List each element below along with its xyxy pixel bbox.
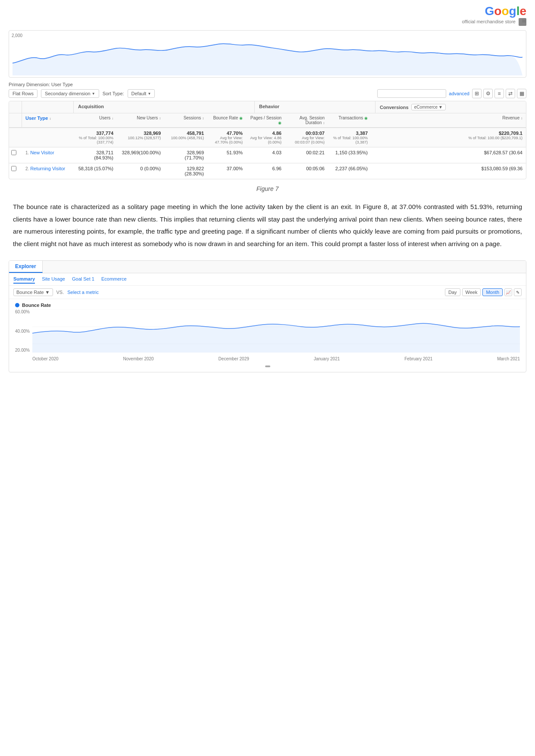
data-table: Acquisition Behavior Conversions eCommer…	[9, 101, 526, 179]
compare-icon[interactable]: ⇄	[506, 89, 515, 98]
body-text: The bounce rate is characterized as a so…	[13, 201, 522, 250]
annotation-icon[interactable]: ✎	[514, 288, 522, 296]
day-button[interactable]: Day	[445, 288, 460, 296]
users-col-header[interactable]: Users ↓	[74, 113, 117, 127]
bounce-legend: Bounce Rate	[15, 303, 520, 308]
bounce-rate-col-header[interactable]: Bounce Rate ◉	[207, 113, 246, 127]
totals-row: 337,774 % of Total: 100.00% (337,774) 32…	[9, 128, 526, 147]
search-input[interactable]	[377, 89, 446, 98]
subtab-site-usage[interactable]: Site Usage	[42, 275, 65, 284]
header: Google official merchandise store 🏛	[0, 0, 535, 26]
transactions-col-header[interactable]: Transactions ◉	[328, 113, 371, 127]
list-icon[interactable]: ≡	[494, 89, 504, 98]
week-button[interactable]: Week	[462, 288, 481, 296]
bottom-chart-x-axis: October 2020 November 2020 December 2029…	[32, 356, 520, 361]
table-row: 2. Returning Visitor 58,318 (15.07%) 0 (…	[9, 163, 526, 179]
pages-col-header[interactable]: Pages / Session ◉	[246, 113, 285, 127]
advanced-link[interactable]: advanced	[449, 91, 469, 96]
subtab-ecommerce[interactable]: Ecommerce	[101, 275, 127, 284]
bottom-chart-y-labels: 60.00% 40.00% 20.00%	[15, 309, 32, 353]
secondary-dimension-button[interactable]: Secondary dimension ▼	[41, 89, 99, 98]
explorer-controls: Bounce Rate ▼ VS. Select a metric Day We…	[9, 286, 526, 299]
bottom-chart-wrap: 60.00% 40.00% 20.00% October 2020 Novemb…	[15, 309, 520, 361]
top-chart-y-label: 2,000	[12, 33, 22, 38]
table-section-header: Acquisition Behavior Conversions eCommer…	[9, 101, 526, 113]
bottom-chart-svg	[32, 309, 520, 353]
bounce-legend-label: Bounce Rate	[22, 303, 51, 308]
ecommerce-button[interactable]: eCommerce ▼	[411, 104, 446, 110]
primary-dimension: Primary Dimension: User Type	[9, 82, 526, 87]
grid-icon[interactable]: ⊞	[472, 89, 482, 98]
vs-text: VS.	[56, 290, 64, 295]
month-button[interactable]: Month	[482, 288, 503, 296]
google-logo: Google official merchandise store 🏛	[462, 4, 526, 26]
behavior-header: Behavior	[255, 101, 375, 113]
day-week-month-group: Day Week Month 📈 ✎	[445, 288, 522, 296]
legend-dot	[15, 303, 19, 307]
conversions-header: Conversions eCommerce ▼	[375, 101, 526, 113]
revenue-col-header[interactable]: Revenue ↕	[371, 113, 526, 127]
flat-rows-button[interactable]: Flat Rows	[9, 89, 38, 98]
subtab-goal-set[interactable]: Goal Set 1	[72, 275, 94, 284]
top-chart-svg	[13, 41, 522, 75]
sort-default-caret: ▼	[147, 92, 151, 96]
icon-group: ⊞ ⚙ ≡ ⇄ ▦	[472, 89, 526, 98]
acquisition-header: Acquisition	[74, 101, 255, 113]
sort-default-button[interactable]: Default ▼	[128, 89, 155, 98]
user-type-col-header[interactable]: User Type ↕	[22, 113, 74, 127]
bottom-chart-slider[interactable]	[15, 362, 520, 369]
avg-session-col-header[interactable]: Avg. Session Duration ↕	[285, 113, 328, 127]
bottom-chart: Bounce Rate 60.00% 40.00% 20.00% October…	[9, 299, 526, 372]
sort-type-label: Sort Type:	[103, 91, 124, 96]
toolbar: Flat Rows Secondary dimension ▼ Sort Typ…	[9, 89, 526, 98]
secondary-dim-caret: ▼	[92, 92, 95, 96]
top-chart: 2,000 October 2020 November 2020 Decembe…	[9, 30, 526, 78]
select-metric-link[interactable]: Select a metric	[67, 290, 99, 295]
google-subtitle: official merchandise store 🏛	[462, 18, 526, 26]
explorer-tabs: Explorer	[9, 261, 526, 273]
explorer-section: Explorer Summary Site Usage Goal Set 1 E…	[9, 260, 526, 372]
figure-caption: Figure 7	[0, 185, 535, 192]
explorer-subtabs: Summary Site Usage Goal Set 1 Ecommerce	[9, 273, 526, 286]
new-users-col-header[interactable]: New Users ↕	[117, 113, 164, 127]
subtab-summary[interactable]: Summary	[13, 275, 35, 284]
explorer-tab-main[interactable]: Explorer	[9, 261, 43, 273]
google-logo-text: Google	[462, 4, 526, 18]
sessions-col-header[interactable]: Sessions ↕	[164, 113, 207, 127]
check-all	[9, 113, 22, 127]
table-column-headers: User Type ↕ Users ↓ New Users ↕ Sessions…	[9, 113, 526, 128]
table-icon[interactable]: ▦	[517, 89, 526, 98]
store-icon: 🏛	[519, 18, 526, 26]
search-box: advanced ⊞ ⚙ ≡ ⇄ ▦	[377, 89, 526, 98]
chart-icon[interactable]: 📈	[504, 288, 512, 296]
bounce-rate-select[interactable]: Bounce Rate ▼	[13, 288, 53, 296]
settings-icon[interactable]: ⚙	[483, 89, 493, 98]
table-row: 1. New Visitor 328,711 (84.93%) 328,969(…	[9, 147, 526, 163]
